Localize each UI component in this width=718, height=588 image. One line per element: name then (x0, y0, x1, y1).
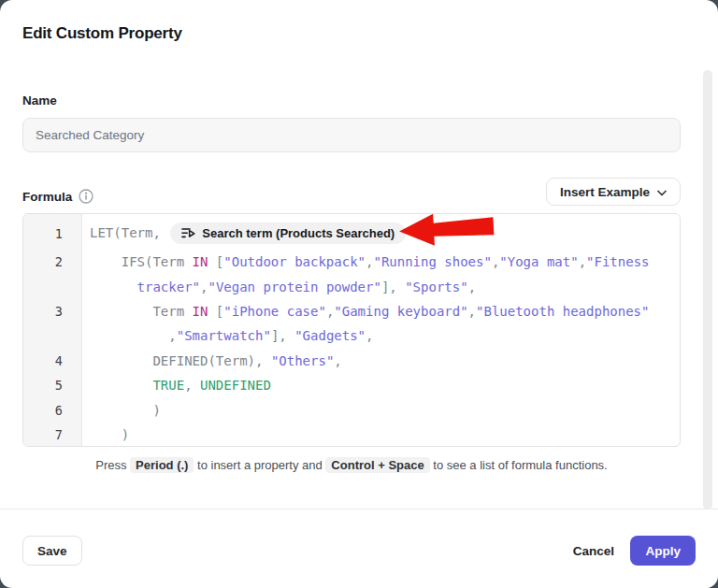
code-token: "Gaming keyboard" (334, 304, 467, 319)
code-line[interactable]: ) (82, 427, 129, 442)
code-line[interactable]: DEFINED(Term), "Others", (82, 353, 342, 368)
code-token: ) (90, 427, 129, 442)
formula-editor[interactable]: 1LET(Term, Search term (Products Searche… (22, 213, 681, 447)
code-token: Term (90, 304, 193, 319)
line-number: 4 (23, 353, 82, 368)
code-token: DEFINED(Term), (90, 353, 271, 368)
code-row: 5 TRUE, UNDEFINED (23, 373, 680, 397)
code-token: IFS(Term (90, 254, 193, 269)
info-icon[interactable] (79, 189, 93, 204)
code-line[interactable]: Term IN ["iPhone case","Gaming keyboard"… (82, 304, 649, 319)
insert-example-label: Insert Example (560, 185, 650, 199)
red-annotation-arrow-icon (395, 208, 496, 249)
edit-custom-property-dialog: Edit Custom Property Name Formula Insert… (0, 0, 718, 588)
code-token: [ (208, 254, 223, 269)
code-rows: 1LET(Term, Search term (Products Searche… (23, 214, 680, 447)
line-number: 7 (23, 427, 82, 442)
code-token: "Vegan protein powder" (208, 280, 381, 294)
code-line[interactable]: IFS(Term IN ["Outdoor backpack","Running… (82, 254, 650, 269)
property-chip[interactable]: Search term (Products Searched) (170, 222, 406, 244)
hint-text: to insert a property and (194, 458, 325, 472)
code-token: "Bluetooth headphones" (476, 304, 649, 319)
code-token: "Running shoes" (373, 254, 491, 269)
code-row: 4 DEFINED(Term), "Others", (23, 349, 680, 373)
code-token: , (334, 353, 341, 368)
chevron-down-icon (657, 185, 667, 199)
code-token: "Smartwatch" (177, 328, 271, 343)
code-line[interactable]: ,"Smartwatch"], "Gadgets", (82, 328, 373, 343)
code-line[interactable]: LET(Term, Search term (Products Searched… (82, 222, 424, 244)
code-token: TRUE (152, 378, 184, 393)
list-play-icon (181, 226, 195, 240)
apply-button[interactable]: Apply (630, 536, 696, 566)
code-token: "Yoga mat" (499, 254, 578, 269)
hint-text: Press (95, 458, 130, 472)
kbd-period: Period (.) (130, 457, 194, 473)
insert-example-button[interactable]: Insert Example (546, 178, 681, 206)
code-line[interactable]: TRUE, UNDEFINED (82, 378, 271, 393)
code-token: , (468, 304, 476, 319)
property-chip-label: Search term (Products Searched) (202, 226, 395, 240)
code-row: 6 ) (23, 397, 680, 422)
cancel-button[interactable]: Cancel (569, 536, 618, 566)
code-token: ], (381, 280, 405, 294)
code-row: 1LET(Term, Search term (Products Searche… (23, 217, 680, 250)
code-token: "Gadgets" (294, 328, 366, 343)
code-token: UNDEFINED (200, 378, 271, 393)
line-number: 3 (23, 304, 82, 319)
code-token: , (184, 378, 200, 393)
code-row: ,"Smartwatch"], "Gadgets", (23, 323, 680, 348)
code-token: , (366, 328, 373, 343)
formula-label: Formula (22, 190, 72, 204)
line-number: 5 (23, 378, 82, 393)
vertical-scrollbar[interactable] (703, 70, 712, 509)
formula-hint: Press Period (.) to insert a property an… (22, 458, 681, 472)
footer-divider (0, 509, 718, 509)
code-token (90, 280, 137, 294)
save-button[interactable]: Save (22, 536, 82, 566)
name-input[interactable] (22, 118, 681, 152)
code-token: "Outdoor backpack" (223, 254, 366, 269)
code-token (90, 378, 152, 393)
code-token: "Sports" (405, 280, 467, 294)
code-token: , (90, 328, 177, 343)
code-row: 2 IFS(Term IN ["Outdoor backpack","Runni… (23, 250, 680, 274)
code-row: tracker","Vegan protein powder"], "Sport… (23, 274, 680, 298)
code-token: tracker" (137, 280, 200, 294)
dialog-title: Edit Custom Property (22, 24, 182, 43)
code-token: , (579, 254, 586, 269)
code-token: ], (271, 328, 294, 343)
formula-label-wrap: Formula (22, 189, 93, 204)
code-token: IN (193, 304, 208, 319)
code-token: ) (90, 403, 161, 418)
code-token: [ (208, 304, 223, 319)
code-token: , (468, 280, 476, 294)
code-token: "iPhone case" (223, 304, 326, 319)
code-token: IN (193, 254, 208, 269)
code-row: 7 ) (23, 423, 680, 447)
code-line[interactable]: tracker","Vegan protein powder"], "Sport… (82, 280, 476, 294)
code-line[interactable]: ) (82, 403, 161, 418)
code-token: "Fitness (586, 254, 649, 269)
line-number: 6 (23, 403, 82, 418)
code-token: LET(Term, (90, 225, 168, 240)
code-token: "Others" (271, 353, 334, 368)
kbd-control-space: Control + Space (325, 457, 429, 473)
line-number: 2 (23, 254, 82, 269)
code-row: 3 Term IN ["iPhone case","Gaming keyboar… (23, 299, 680, 323)
line-number: 1 (23, 226, 82, 241)
hint-text: to see a list of formula functions. (430, 458, 608, 472)
name-label: Name (22, 93, 57, 108)
